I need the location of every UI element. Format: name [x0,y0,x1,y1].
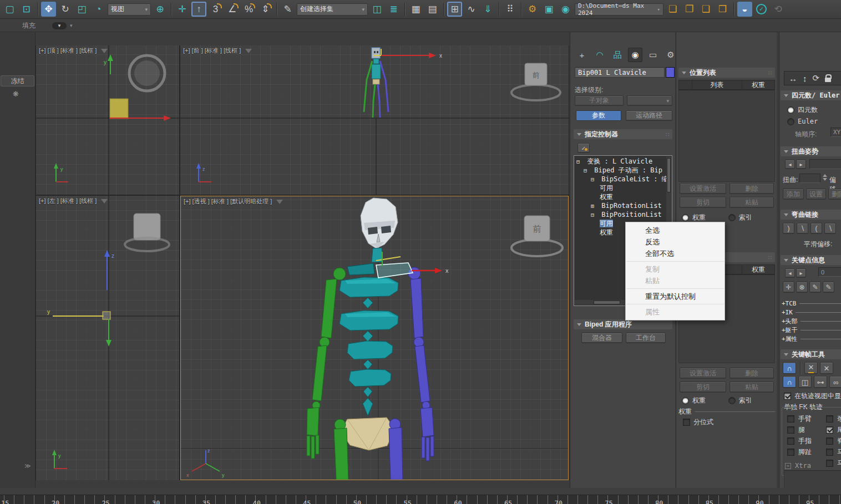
viewport-front-label[interactable]: [+] [前 ] [标准 ] [线框 ] [183,47,252,55]
collapse-minus-icon[interactable]: − [785,463,791,469]
key-frame-field[interactable]: 0 [818,267,841,277]
lock-icon[interactable] [825,78,831,82]
viewport-filter-icon[interactable] [101,199,108,203]
mirror-animation-icon[interactable]: ◫ [798,376,812,388]
context-menu-item[interactable]: 重置为默认控制 [626,291,725,302]
bend-link-mode-icon[interactable]: ) [783,223,794,234]
rotation-weight-radio[interactable]: 权重 [682,396,706,405]
set-planted-key-icon[interactable]: ✎ [823,282,834,293]
controller-tree-row[interactable]: 权重 [574,192,672,201]
position-set-active-button[interactable]: 设置激活 [680,183,726,194]
tree-expander-icon[interactable]: ⊞ [591,202,597,211]
motion-paths-button[interactable]: 运动路径 [626,110,672,121]
history-icon[interactable]: ⟲ [771,2,786,17]
named-selection-sets-dropdown[interactable]: 创建选择集▾ [297,3,368,16]
assign-controller-rollout[interactable]: 指定控制器 ∷ [574,129,672,139]
context-menu-item[interactable]: 属性 [626,306,725,318]
viewport-perspective-label[interactable]: [+] [透视 ] [标准 ] [默认明暗处理 ] [184,197,283,206]
assign-controller-button[interactable]: ✓ [577,143,590,153]
previous-key-button[interactable]: ◂ [785,268,795,278]
edit-named-selection-icon[interactable]: ✎ [280,2,295,17]
manipulate-subanims-icon[interactable]: ∩ [783,376,796,388]
context-menu-item[interactable]: 复制 [626,263,725,275]
context-menu-item[interactable]: 粘贴 [626,275,725,287]
position-paste-button[interactable]: 粘贴 [729,197,774,208]
viewport-filter-icon[interactable] [245,49,252,53]
biped-apps-rollout[interactable]: Biped 应用程序 [574,319,672,329]
anchor-links-icon[interactable]: ⊶ [814,376,827,388]
viewport-perspective[interactable]: [+] [透视 ] [标准 ] [默认明暗处理 ] 前 [180,196,569,480]
expand-strip-icon[interactable]: ≫ [24,462,31,470]
particle-view-icon[interactable]: ⠿ [503,2,518,17]
fk-track-checkbox[interactable]: 腿 [787,425,812,435]
fill-tab-label[interactable]: 填充 [22,21,36,30]
set-key-icon[interactable]: ✎ [809,282,821,293]
fk-track-checkbox[interactable]: 脚趾 [787,447,812,457]
context-menu-item[interactable]: 全部不选 [626,248,725,259]
align-icon[interactable]: ≣ [386,2,401,17]
reference-coordinate-dropdown[interactable]: 视图▾ [108,3,151,16]
render-setup-icon[interactable]: ⚙ [525,2,540,17]
rollout-grip-icon[interactable]: ∷ [768,254,772,261]
rectangular-selection-icon[interactable]: ▢ [2,2,17,17]
quantize-checkbox[interactable]: 分位式 [683,418,713,427]
bend-links-rollout[interactable]: 弯曲链接 [781,210,841,220]
delete-selected-animation-icon[interactable]: ✕ [804,362,818,374]
twist-set-button[interactable]: 设置 [806,189,826,200]
scene-explorer-icon[interactable]: ▦ [408,2,423,17]
twist-pose-name-field[interactable] [809,159,841,169]
ok-circle-icon[interactable]: ✓ [754,2,769,17]
rotate-icon[interactable]: ↻ [58,2,73,17]
tree-expander-icon[interactable]: ⊟ [584,166,590,175]
twist-add-button[interactable]: 添加 [783,189,804,200]
fk-track-checkbox[interactable]: 尾部 [826,425,841,435]
position-index-radio[interactable]: 索引 [728,213,752,222]
controller-tree-row[interactable]: ⊞ BipRotationList [574,201,672,210]
scene-script-record-icon[interactable]: ❏ [665,2,680,17]
rotation-cut-button[interactable]: 剪切 [680,381,726,393]
viewport-left[interactable]: [+] [左 ] [标准 ] [线框 ] z y y [36,196,179,480]
scale-icon[interactable]: ◰ [74,2,89,17]
project-folder-dropdown[interactable]: D:\Document⋯ds Max 2024▾ [575,3,663,16]
scene-script-open-icon[interactable]: ❐ [682,2,697,17]
axis-order-dropdown[interactable]: XYZ [830,128,841,137]
snap-toggle-icon[interactable]: ↑ [191,2,206,17]
viewport-top[interactable]: [+] [顶 ] [标准 ] [线框 ] y y [36,45,179,195]
euler-radio[interactable]: Euler [787,118,818,125]
viewport-top-label[interactable]: [+] [顶 ] [标准 ] [线框 ] [39,47,108,55]
mixer-button[interactable]: 混合器 [581,333,622,343]
spinner-arrows-icon[interactable] [822,174,828,181]
show-in-trackview-checkbox[interactable]: 在轨迹视图中显 [784,391,841,401]
delete-key-icon[interactable]: ⊗ [796,282,808,293]
hierarchy-tab-icon[interactable]: 品 [610,48,625,62]
select-manipulate-icon[interactable]: ✛ [175,2,190,17]
angle-snap-icon[interactable]: ∠ [225,2,240,17]
scene-script-nodes-icon[interactable]: ❒ [715,2,730,17]
fk-track-checkbox[interactable]: 马尾2 [826,458,841,468]
tree-expander-icon[interactable]: ⊟ [591,175,597,184]
controller-tree-row[interactable]: ⊟ Biped 子动画 : Bip [574,166,672,175]
sub-object-button[interactable]: 子对象 [575,95,624,106]
parameters-button[interactable]: 参数 [576,110,621,121]
create-tab-icon[interactable]: + [575,48,589,62]
rollout-grip-icon[interactable]: ∷ [666,131,669,138]
twist-pose-rollout[interactable]: 扭曲姿势 [781,146,841,156]
sub-object-dropdown[interactable]: ▾ [627,95,672,106]
expander-row[interactable]: +TCB [782,299,841,308]
schematic-view-icon[interactable]: ∿ [464,2,479,17]
quaternion-euler-rollout[interactable]: 四元数/ Euler [781,90,841,100]
expander-row[interactable]: +头部 [782,317,841,325]
time-ruler[interactable]: 1520253035404550556065707580859095 [0,495,841,504]
bend-link-mode-icon[interactable]: ( [810,223,822,234]
motion-tab-icon[interactable]: ◉ [628,48,642,62]
move-icon[interactable]: ✥ [41,2,56,17]
xtra-collapsed-group[interactable]: − Xtra [785,462,811,470]
object-color-swatch[interactable] [666,67,675,78]
position-weight-radio[interactable]: 权重 [682,213,706,222]
expander-row[interactable]: +属性 [782,334,841,343]
expander-row[interactable]: +IK [782,308,841,317]
enable-subanims-icon[interactable]: ∩ [783,362,796,374]
viewport-filter-icon[interactable] [276,200,283,204]
twist-next-button[interactable]: ▸ [796,160,806,169]
mirror-icon[interactable]: ◫ [369,2,384,17]
